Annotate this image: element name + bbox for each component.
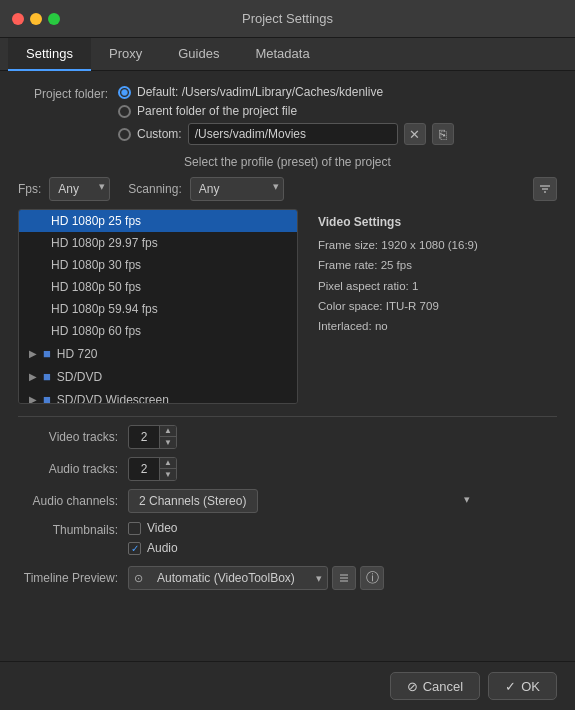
thumbnails-row: Thumbnails: Video Audio — [18, 521, 557, 558]
browse-path-button[interactable]: ⎘ — [432, 123, 454, 145]
profile-hd1080-50[interactable]: HD 1080p 50 fps — [19, 276, 297, 298]
profile-hd1080-2997[interactable]: HD 1080p 29.97 fps — [19, 232, 297, 254]
profile-section-title: Select the profile (preset) of the proje… — [18, 155, 557, 169]
project-folder-label: Project folder: — [18, 85, 118, 101]
audio-channels-select-wrapper: 2 Channels (Stereo) 1 Channel (Mono) 4 C… — [128, 489, 478, 513]
default-folder-label: Default: /Users/vadim/Library/Caches/kde… — [137, 85, 383, 99]
close-button[interactable] — [12, 13, 24, 25]
profile-hd1080-25[interactable]: HD 1080p 25 fps — [19, 210, 297, 232]
custom-radio[interactable] — [118, 128, 131, 141]
tab-proxy[interactable]: Proxy — [91, 38, 160, 71]
video-settings-panel: Video Settings Frame size: 1920 x 1080 (… — [308, 209, 557, 404]
tab-metadata[interactable]: Metadata — [237, 38, 327, 71]
dialog-footer: ⊘ Cancel ✓ OK — [0, 661, 575, 710]
audio-channels-label: Audio channels: — [18, 494, 128, 508]
audio-tracks-label: Audio tracks: — [18, 462, 128, 476]
profile-hd1080-60[interactable]: HD 1080p 60 fps — [19, 320, 297, 342]
project-folder-row: Project folder: Default: /Users/vadim/Li… — [18, 85, 557, 145]
timeline-settings-button[interactable] — [332, 566, 356, 590]
tab-settings[interactable]: Settings — [8, 38, 91, 71]
parent-folder-label: Parent folder of the project file — [137, 104, 297, 118]
sddvd-wide-folder-icon: ■ — [43, 392, 51, 404]
audio-channels-row: Audio channels: 2 Channels (Stereo) 1 Ch… — [18, 489, 557, 513]
tab-guides[interactable]: Guides — [160, 38, 237, 71]
timeline-preview-select[interactable]: Automatic (VideoToolBox) Software OpenGL — [128, 566, 328, 590]
ok-icon: ✓ — [505, 679, 516, 694]
thumbnails-audio-checkbox[interactable] — [128, 542, 141, 555]
minimize-button[interactable] — [30, 13, 42, 25]
sddvd-chevron-icon: ▶ — [29, 371, 37, 382]
title-bar: Project Settings — [0, 0, 575, 38]
audio-tracks-row: Audio tracks: ▲ ▼ — [18, 457, 557, 481]
tab-bar: Settings Proxy Guides Metadata — [0, 38, 575, 71]
scanning-select-wrapper: Any Progressive Interlaced — [190, 177, 284, 201]
default-folder-option[interactable]: Default: /Users/vadim/Library/Caches/kde… — [118, 85, 454, 99]
profile-hd720[interactable]: ▶ ■ HD 720 — [19, 342, 297, 365]
audio-tracks-down[interactable]: ▼ — [160, 469, 176, 480]
window-controls — [12, 13, 60, 25]
profile-sddvd[interactable]: ▶ ■ SD/DVD — [19, 365, 297, 388]
fps-select[interactable]: Any 23.98 24 25 29.97 30 50 59.94 60 — [49, 177, 110, 201]
video-tracks-label: Video tracks: — [18, 430, 128, 444]
fps-label: Fps: — [18, 182, 41, 196]
hd720-chevron-icon: ▶ — [29, 348, 37, 359]
frame-size: Frame size: 1920 x 1080 (16:9) — [318, 237, 547, 254]
maximize-button[interactable] — [48, 13, 60, 25]
audio-tracks-arrows: ▲ ▼ — [159, 458, 176, 480]
profile-hd1080-30[interactable]: HD 1080p 30 fps — [19, 254, 297, 276]
fps-scanning-row: Fps: Any 23.98 24 25 29.97 30 50 59.94 6… — [18, 177, 557, 201]
sddvd-wide-chevron-icon: ▶ — [29, 394, 37, 404]
video-tracks-spinbox: ▲ ▼ — [128, 425, 177, 449]
timeline-info-button[interactable]: ⓘ — [360, 566, 384, 590]
custom-folder-option: Custom: ✕ ⎘ — [118, 123, 454, 145]
interlaced: Interlaced: no — [318, 318, 547, 335]
window-title: Project Settings — [242, 11, 333, 26]
profile-sddvd-wide[interactable]: ▶ ■ SD/DVD Widescreen — [19, 388, 297, 404]
profile-list[interactable]: HD 1080p 25 fps HD 1080p 29.97 fps HD 10… — [18, 209, 298, 404]
thumbnails-audio-label: Audio — [147, 541, 178, 555]
profile-area: HD 1080p 25 fps HD 1080p 29.97 fps HD 10… — [18, 209, 557, 404]
scanning-label: Scanning: — [128, 182, 181, 196]
color-space: Color space: ITU-R 709 — [318, 298, 547, 315]
video-tracks-arrows: ▲ ▼ — [159, 426, 176, 448]
pixel-aspect: Pixel aspect ratio: 1 — [318, 278, 547, 295]
thumbnails-video-checkbox[interactable] — [128, 522, 141, 535]
audio-tracks-up[interactable]: ▲ — [160, 458, 176, 469]
settings-content: Project folder: Default: /Users/vadim/Li… — [0, 71, 575, 612]
video-tracks-up[interactable]: ▲ — [160, 426, 176, 437]
timeline-preview-label: Timeline Preview: — [18, 571, 128, 585]
profile-filter-button[interactable] — [533, 177, 557, 201]
video-settings-title: Video Settings — [318, 215, 547, 229]
cancel-button[interactable]: ⊘ Cancel — [390, 672, 480, 700]
parent-folder-option[interactable]: Parent folder of the project file — [118, 104, 454, 118]
custom-folder-text: Custom: — [137, 127, 182, 141]
timeline-preview-select-wrapper: ⊙ Automatic (VideoToolBox) Software Open… — [128, 566, 328, 590]
custom-path-input[interactable] — [188, 123, 398, 145]
scanning-select[interactable]: Any Progressive Interlaced — [190, 177, 284, 201]
video-tracks-row: Video tracks: ▲ ▼ — [18, 425, 557, 449]
video-tracks-down[interactable]: ▼ — [160, 437, 176, 448]
audio-channels-select[interactable]: 2 Channels (Stereo) 1 Channel (Mono) 4 C… — [128, 489, 258, 513]
default-radio[interactable] — [118, 86, 131, 99]
timeline-preview-row: Timeline Preview: ⊙ Automatic (VideoTool… — [18, 566, 557, 590]
profile-hd1080-5994[interactable]: HD 1080p 59.94 fps — [19, 298, 297, 320]
audio-tracks-spinbox: ▲ ▼ — [128, 457, 177, 481]
thumbnails-video-label: Video — [147, 521, 177, 535]
frame-rate: Frame rate: 25 fps — [318, 257, 547, 274]
hd720-folder-icon: ■ — [43, 346, 51, 361]
fps-select-wrapper: Any 23.98 24 25 29.97 30 50 59.94 60 — [49, 177, 110, 201]
thumbnails-audio-row[interactable]: Audio — [128, 541, 178, 555]
cancel-icon: ⊘ — [407, 679, 418, 694]
thumbnails-label: Thumbnails: — [18, 521, 128, 537]
ok-button[interactable]: ✓ OK — [488, 672, 557, 700]
thumbnails-options: Video Audio — [128, 521, 178, 558]
video-tracks-input[interactable] — [129, 430, 159, 444]
thumbnails-video-row[interactable]: Video — [128, 521, 178, 535]
project-folder-options: Default: /Users/vadim/Library/Caches/kde… — [118, 85, 454, 145]
clear-path-button[interactable]: ✕ — [404, 123, 426, 145]
parent-radio[interactable] — [118, 105, 131, 118]
sddvd-folder-icon: ■ — [43, 369, 51, 384]
divider-1 — [18, 416, 557, 417]
audio-tracks-input[interactable] — [129, 462, 159, 476]
